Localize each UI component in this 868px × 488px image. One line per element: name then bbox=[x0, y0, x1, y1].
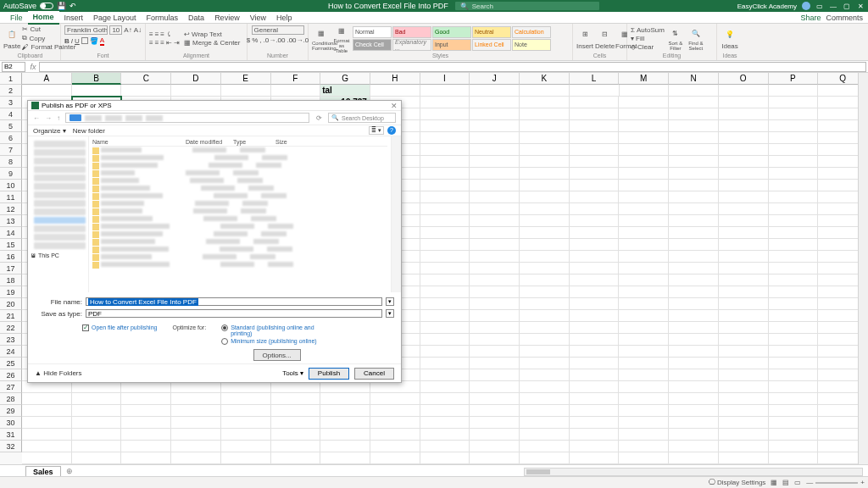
tab-data[interactable]: Data bbox=[183, 12, 209, 24]
tab-help[interactable]: Help bbox=[271, 12, 298, 24]
cell[interactable] bbox=[719, 393, 769, 405]
cell[interactable] bbox=[669, 298, 719, 310]
list-item[interactable] bbox=[92, 247, 387, 253]
filename-dropdown[interactable]: ▾ bbox=[386, 297, 394, 306]
close-icon[interactable]: ✕ bbox=[856, 3, 865, 10]
cell[interactable] bbox=[570, 191, 620, 203]
row-header-27[interactable]: 27 bbox=[0, 381, 22, 393]
cell[interactable] bbox=[719, 168, 769, 180]
cell[interactable] bbox=[669, 274, 719, 286]
cell[interactable] bbox=[719, 441, 769, 452]
cell[interactable] bbox=[420, 452, 470, 464]
cell[interactable] bbox=[619, 358, 669, 369]
cell[interactable] bbox=[370, 441, 420, 452]
cell[interactable] bbox=[719, 203, 769, 215]
cell[interactable] bbox=[719, 286, 769, 298]
row-header-13[interactable]: 13 bbox=[0, 215, 22, 227]
cell[interactable] bbox=[470, 358, 520, 369]
col-header-M[interactable]: M bbox=[619, 73, 669, 85]
cell[interactable] bbox=[619, 132, 669, 144]
cell[interactable] bbox=[769, 215, 819, 227]
cell[interactable] bbox=[719, 132, 769, 144]
cell[interactable] bbox=[769, 132, 819, 144]
cell[interactable] bbox=[769, 263, 819, 274]
cell[interactable] bbox=[619, 251, 669, 263]
cell[interactable] bbox=[719, 156, 769, 168]
row-header-12[interactable]: 12 bbox=[0, 203, 22, 215]
col-type[interactable]: Type bbox=[233, 139, 275, 145]
zoom-slider[interactable] bbox=[815, 482, 858, 484]
cell[interactable] bbox=[719, 346, 769, 358]
cell[interactable] bbox=[470, 369, 520, 381]
cell[interactable] bbox=[320, 393, 370, 405]
cell[interactable] bbox=[570, 251, 620, 263]
cell[interactable] bbox=[719, 310, 769, 322]
row-header-29[interactable]: 29 bbox=[0, 405, 22, 417]
clear-button[interactable]: ◇ Clear bbox=[631, 43, 665, 51]
cell[interactable] bbox=[669, 120, 719, 132]
cell[interactable] bbox=[520, 132, 570, 144]
cell[interactable] bbox=[420, 263, 470, 274]
cell[interactable] bbox=[570, 263, 620, 274]
refresh-icon[interactable]: ⟳ bbox=[314, 114, 323, 122]
cell[interactable] bbox=[719, 417, 769, 429]
cell[interactable] bbox=[669, 180, 719, 191]
cell[interactable] bbox=[22, 85, 72, 97]
tab-page-layout[interactable]: Page Layout bbox=[88, 12, 142, 24]
tab-home[interactable]: Home bbox=[28, 11, 59, 25]
cell[interactable] bbox=[420, 298, 470, 310]
cell[interactable] bbox=[769, 251, 819, 263]
cell[interactable] bbox=[470, 144, 520, 156]
cell[interactable] bbox=[719, 298, 769, 310]
cell[interactable] bbox=[520, 227, 570, 239]
cell[interactable] bbox=[719, 334, 769, 346]
cell[interactable] bbox=[769, 120, 819, 132]
cell[interactable] bbox=[171, 393, 221, 405]
row-header-18[interactable]: 18 bbox=[0, 274, 22, 286]
col-size[interactable]: Size bbox=[275, 139, 309, 145]
cell[interactable] bbox=[669, 215, 719, 227]
row-header-6[interactable]: 6 bbox=[0, 132, 22, 144]
cell[interactable] bbox=[619, 144, 669, 156]
cell[interactable] bbox=[769, 310, 819, 322]
row-header-9[interactable]: 9 bbox=[0, 168, 22, 180]
col-header-C[interactable]: C bbox=[121, 73, 171, 85]
cell[interactable] bbox=[72, 429, 122, 441]
cell[interactable] bbox=[520, 358, 570, 369]
tab-insert[interactable]: Insert bbox=[59, 12, 89, 24]
cell[interactable] bbox=[669, 322, 719, 334]
paste-button[interactable]: 📋Paste bbox=[3, 27, 20, 50]
cell[interactable] bbox=[520, 215, 570, 227]
col-header-H[interactable]: H bbox=[370, 73, 420, 85]
cell[interactable] bbox=[520, 180, 570, 191]
horizontal-scrollbar[interactable] bbox=[524, 468, 863, 476]
global-search[interactable]: 🔍 Search bbox=[455, 2, 599, 10]
cell[interactable] bbox=[470, 429, 520, 441]
cell[interactable] bbox=[420, 191, 470, 203]
cell[interactable] bbox=[570, 227, 620, 239]
cell[interactable] bbox=[719, 180, 769, 191]
cell[interactable] bbox=[520, 310, 570, 322]
row-header-30[interactable]: 30 bbox=[0, 417, 22, 429]
cell[interactable] bbox=[171, 429, 221, 441]
cell[interactable] bbox=[719, 322, 769, 334]
format-as-table-button[interactable]: ▦Format as Table bbox=[332, 23, 351, 53]
cell[interactable] bbox=[520, 97, 570, 108]
col-header-P[interactable]: P bbox=[769, 73, 819, 85]
cell[interactable] bbox=[619, 108, 669, 120]
cell[interactable] bbox=[520, 251, 570, 263]
cell[interactable] bbox=[570, 429, 620, 441]
cell[interactable] bbox=[72, 393, 122, 405]
insert-cells-button[interactable]: ⊞Insert bbox=[576, 27, 593, 50]
col-header-F[interactable]: F bbox=[271, 73, 321, 85]
col-header-O[interactable]: O bbox=[719, 73, 769, 85]
orientation-icon[interactable]: ⤹ bbox=[166, 30, 172, 38]
optimize-standard-radio[interactable]: Standard (publishing online and printing… bbox=[221, 324, 332, 336]
cell[interactable] bbox=[570, 346, 620, 358]
cell[interactable] bbox=[221, 452, 271, 464]
options-button[interactable]: Options... bbox=[253, 349, 301, 361]
cell[interactable] bbox=[570, 405, 620, 417]
font-color-button[interactable]: A bbox=[100, 36, 104, 46]
cell[interactable] bbox=[619, 429, 669, 441]
cell[interactable] bbox=[619, 180, 669, 191]
